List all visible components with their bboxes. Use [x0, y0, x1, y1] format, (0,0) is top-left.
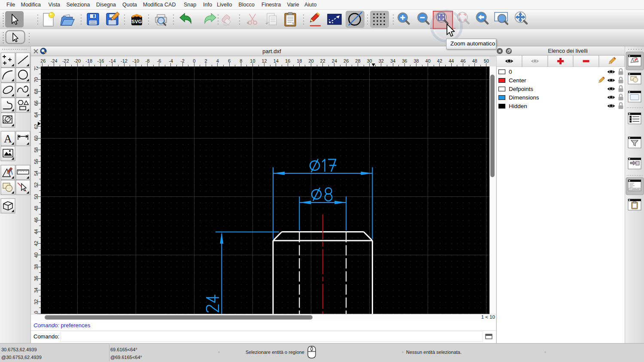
svg-text:38: 38 [413, 58, 419, 63]
svg-text:+: + [246, 20, 249, 25]
svg-text:+: + [265, 21, 268, 26]
svg-text:0: 0 [193, 58, 195, 63]
svg-text:part.dxf: part.dxf [262, 48, 281, 54]
svg-text:28: 28 [355, 58, 360, 63]
svg-text:-22: -22 [62, 58, 69, 63]
svg-text:-2: -2 [180, 58, 185, 63]
svg-text:48: 48 [472, 58, 477, 63]
svg-text:16: 16 [285, 58, 290, 63]
svg-text:-6: -6 [157, 58, 161, 63]
svg-text:42: 42 [437, 58, 442, 63]
svg-text:72: 72 [33, 66, 39, 71]
svg-text:22: 22 [320, 58, 325, 63]
svg-text:46: 46 [460, 58, 465, 63]
svg-text:24: 24 [332, 58, 337, 63]
svg-text:6: 6 [228, 58, 231, 63]
svg-text:10: 10 [250, 58, 255, 63]
svg-text:-26: -26 [41, 58, 46, 63]
svg-text:44: 44 [449, 58, 454, 63]
svg-text:-12: -12 [121, 58, 128, 63]
svg-text:SVG: SVG [131, 19, 142, 24]
svg-text:36: 36 [402, 58, 407, 63]
svg-text:8: 8 [240, 58, 242, 63]
svg-text:26: 26 [343, 58, 349, 63]
svg-text:50: 50 [484, 58, 489, 63]
svg-text:-18: -18 [85, 58, 92, 63]
svg-text:32: 32 [379, 58, 384, 63]
svg-text:20: 20 [308, 58, 313, 63]
svg-text:-10: -10 [132, 58, 139, 63]
svg-text:C command: C command [630, 188, 639, 190]
svg-text:-4: -4 [169, 58, 173, 63]
svg-text:-24: -24 [51, 58, 58, 63]
svg-text:-14: -14 [109, 58, 116, 63]
svg-text:18: 18 [297, 58, 302, 63]
svg-text:A: A [4, 133, 12, 145]
svg-text:4: 4 [216, 58, 219, 63]
svg-text:-16: -16 [97, 58, 104, 63]
svg-text:40: 40 [425, 58, 431, 63]
svg-text:30: 30 [367, 58, 372, 63]
svg-text:12: 12 [261, 58, 267, 63]
svg-text:14: 14 [273, 58, 279, 63]
svg-text:-8: -8 [146, 58, 150, 63]
svg-text:2: 2 [204, 58, 207, 63]
svg-text:-20: -20 [74, 58, 81, 63]
svg-text:34: 34 [390, 58, 395, 63]
